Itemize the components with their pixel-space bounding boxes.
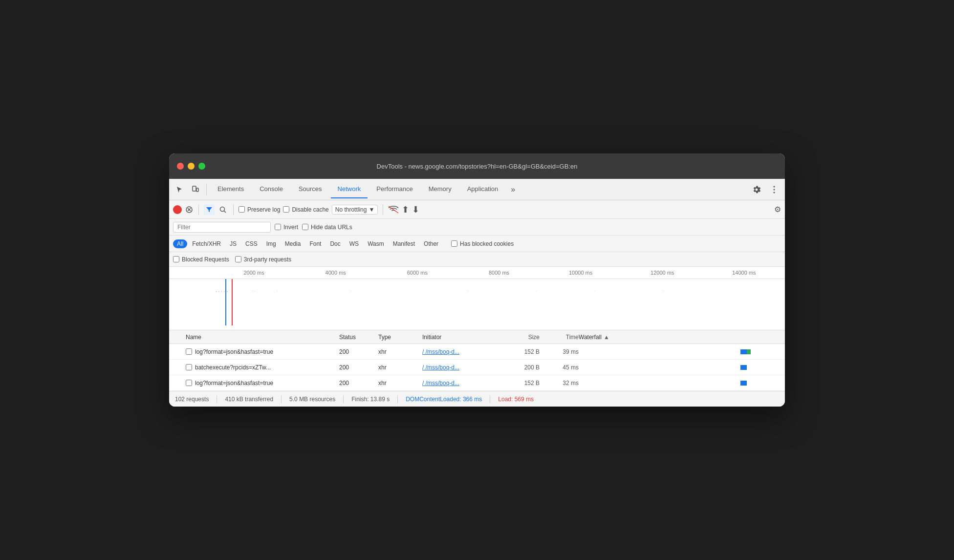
third-party-label[interactable]: 3rd-party requests [235, 256, 291, 263]
has-blocked-cookies-checkbox[interactable] [451, 240, 457, 247]
load-time: Load: 569 ms [498, 396, 534, 403]
timeline-chart: · · · · · · · · · · · · · [169, 279, 785, 325]
network-settings-icon[interactable]: ⚙ [774, 205, 781, 214]
upload-icon[interactable]: ⬆ [402, 204, 409, 215]
finish-time: Finish: 13.89 s [351, 396, 390, 403]
network-toolbar: Preserve log Disable cache No throttling… [169, 200, 785, 219]
type-filter-wasm[interactable]: Wasm [364, 239, 388, 248]
filter-input[interactable] [173, 222, 271, 233]
status-divider-5 [490, 395, 490, 403]
hide-data-urls-checkbox[interactable] [302, 224, 308, 230]
timeline-activity: · · · · · · · · · · · · · [213, 283, 785, 322]
blocked-requests-checkbox[interactable] [173, 256, 179, 262]
row2-initiator-link[interactable]: / /mss/boq-d... [422, 364, 459, 371]
type-filter-font[interactable]: Font [305, 239, 325, 248]
tab-console[interactable]: Console [253, 181, 290, 198]
type-filter-fetch-xhr[interactable]: Fetch/XHR [188, 239, 225, 248]
row3-time: 32 ms [540, 380, 579, 387]
tab-elements[interactable]: Elements [211, 181, 251, 198]
traffic-lights [177, 163, 205, 170]
type-filter-media[interactable]: Media [281, 239, 305, 248]
row2-initiator: / /mss/boq-d... [422, 364, 500, 371]
row3-wf-blue [740, 381, 746, 386]
waterfall-timeline: 2000 ms 4000 ms 6000 ms 8000 ms 10000 ms… [169, 267, 785, 330]
download-icon[interactable]: ⬇ [412, 204, 419, 215]
row3-initiator-link[interactable]: / /mss/boq-d... [422, 380, 459, 387]
upload-download-icons: ⬆ ⬇ [402, 204, 419, 215]
type-filter-img[interactable]: Img [262, 239, 280, 248]
row2-type: xhr [378, 364, 422, 371]
disable-cache-label[interactable]: Disable cache [283, 206, 328, 213]
timeline-header: 2000 ms 4000 ms 6000 ms 8000 ms 10000 ms… [169, 267, 785, 279]
row2-wf-blue [740, 365, 746, 370]
maximize-button[interactable] [198, 163, 205, 170]
row1-waterfall [579, 347, 781, 357]
header-waterfall[interactable]: Waterfall ▲ [579, 334, 781, 341]
invert-checkbox[interactable] [275, 224, 281, 230]
transferred-size: 410 kB transferred [225, 396, 273, 403]
table-row[interactable]: log?format=json&hasfast=true 200 xhr / /… [169, 344, 785, 360]
wifi-icon [388, 206, 399, 214]
status-divider-3 [343, 395, 344, 403]
type-filter-js[interactable]: JS [226, 239, 240, 248]
preserve-log-checkbox[interactable] [238, 206, 245, 213]
more-options-icon[interactable] [767, 183, 781, 196]
header-time[interactable]: Time [540, 334, 579, 341]
throttle-select[interactable]: No throttling ▼ [332, 205, 378, 215]
blocked-requests-label[interactable]: Blocked Requests [173, 256, 229, 263]
device-icon[interactable] [189, 183, 202, 196]
row3-type: xhr [378, 380, 422, 387]
disable-cache-checkbox[interactable] [283, 206, 289, 213]
type-filter-other[interactable]: Other [420, 239, 442, 248]
content-area: Preserve log Disable cache No throttling… [169, 200, 785, 407]
row2-checkbox[interactable] [186, 364, 192, 370]
table-row[interactable]: batchexecute?rpcids=xZTw... 200 xhr / /m… [169, 360, 785, 375]
minimize-button[interactable] [188, 163, 195, 170]
type-filter-ws[interactable]: WS [346, 239, 363, 248]
table-row[interactable]: log?format=json&hasfast=true 200 xhr / /… [169, 375, 785, 391]
header-size[interactable]: Size [500, 334, 540, 341]
row3-checkbox[interactable] [186, 380, 192, 386]
has-blocked-cookies-label[interactable]: Has blocked cookies [451, 240, 514, 247]
type-filter-all[interactable]: All [173, 239, 187, 248]
header-name[interactable]: Name [173, 334, 339, 341]
tab-performance[interactable]: Performance [369, 181, 419, 198]
preserve-log-label[interactable]: Preserve log [238, 206, 280, 213]
tab-settings-area [750, 183, 781, 196]
settings-icon[interactable] [750, 183, 763, 196]
record-button[interactable] [173, 205, 182, 214]
row3-name: log?format=json&hasfast=true [173, 380, 339, 387]
tab-network[interactable]: Network [331, 181, 368, 198]
hide-data-urls-label[interactable]: Hide data URLs [302, 224, 352, 231]
tick-14000: 14000 ms [703, 270, 785, 276]
waterfall-sort-arrow: ▲ [604, 334, 609, 341]
clear-button[interactable] [185, 205, 194, 214]
tab-application[interactable]: Application [460, 181, 505, 198]
header-initiator[interactable]: Initiator [422, 334, 500, 341]
close-button[interactable] [177, 163, 184, 170]
more-tabs-button[interactable]: » [507, 185, 519, 194]
tick-8000: 8000 ms [458, 270, 540, 276]
type-filter-css[interactable]: CSS [241, 239, 261, 248]
requests-count: 102 requests [175, 396, 209, 403]
cursor-icon[interactable] [173, 183, 187, 196]
nt-divider-3 [383, 204, 383, 215]
search-button[interactable] [217, 204, 228, 215]
blocked-bar: Blocked Requests 3rd-party requests [169, 252, 785, 267]
resources-size: 5.0 MB resources [289, 396, 335, 403]
header-status[interactable]: Status [339, 334, 378, 341]
filter-button[interactable] [204, 204, 215, 215]
third-party-checkbox[interactable] [235, 256, 241, 262]
devtools-window: DevTools - news.google.com/topstories?hl… [169, 153, 785, 407]
invert-label[interactable]: Invert [275, 224, 298, 231]
row3-waterfall-bar [579, 378, 781, 388]
row1-initiator-link[interactable]: / /mss/boq-d... [422, 348, 459, 355]
row1-checkbox[interactable] [186, 348, 192, 355]
tab-sources[interactable]: Sources [292, 181, 329, 198]
type-filter-doc[interactable]: Doc [326, 239, 344, 248]
type-filter-manifest[interactable]: Manifest [389, 239, 419, 248]
main-toolbar: Elements Console Sources Network Perform… [169, 179, 785, 200]
header-type[interactable]: Type [378, 334, 422, 341]
status-divider-2 [281, 395, 282, 403]
tab-memory[interactable]: Memory [422, 181, 458, 198]
